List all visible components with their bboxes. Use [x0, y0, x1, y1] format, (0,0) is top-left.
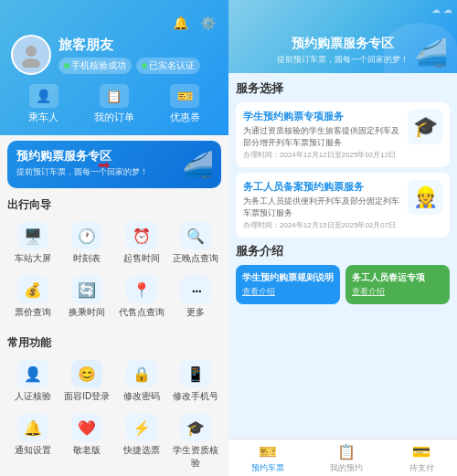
my-reservation-icon: 📋: [337, 443, 356, 460]
header-top-row: 🔔 ⚙️: [11, 13, 218, 33]
change-password[interactable]: 🔒 修改密码: [116, 356, 167, 407]
orders-icon: 📋: [100, 84, 129, 108]
quick-ticket-label: 快捷选票: [123, 444, 160, 457]
student-service-title: 学生预约购票专项服务: [243, 110, 402, 123]
promo-banner[interactable]: 预约购票服务专区 提前预订车票，圆每一个回家的梦！ 🚄 ➡: [7, 141, 221, 188]
svg-point-1: [22, 58, 40, 68]
elder-mode[interactable]: ❤️ 敬老版: [62, 410, 113, 473]
passenger-action[interactable]: 👤 乘车人: [28, 84, 58, 124]
student-service-card[interactable]: 学生预约购票专项服务 为通过资质核验的学生旅客提供固定列车及部分增开列车车票预订…: [236, 102, 450, 167]
coupon-icon: 🎫: [170, 84, 199, 108]
transfer-time[interactable]: 🔄 换乘时间: [62, 272, 113, 323]
id-verify-label: 人证核验: [15, 390, 51, 403]
passenger-icon: 👤: [29, 84, 58, 108]
service-section-title: 服务选择: [236, 80, 450, 97]
coupon-label: 优惠券: [170, 111, 200, 124]
r-nav-book-label: 预约车票: [251, 462, 284, 474]
id-verify[interactable]: 👤 人证核验: [7, 356, 58, 407]
agent-query-label: 代售点查询: [119, 306, 165, 319]
change-password-label: 修改密码: [123, 390, 160, 403]
train-decoration: 🚄: [182, 150, 214, 180]
timetable-icon: 🕐: [71, 222, 102, 249]
station-screen-icon: 🖥️: [17, 222, 48, 249]
intro-card-worker-link[interactable]: 查看介绍: [352, 286, 443, 298]
price-query-label: 票价查询: [15, 306, 51, 319]
intro-card-student-link[interactable]: 查看介绍: [242, 286, 334, 298]
face-id-icon: 😊: [71, 360, 102, 387]
price-query-icon: 💰: [17, 276, 48, 303]
student-service-time: 办理时间：2024年12月12日至2025年02月12日: [243, 150, 402, 160]
sale-time-icon: ⏰: [126, 222, 157, 249]
change-phone-icon: 📱: [180, 360, 211, 387]
quick-actions: 👤 乘车人 📋 我的订单 🎫 优惠券: [11, 84, 218, 124]
more-guide-icon: ···: [180, 276, 211, 303]
r-nav-pending-label: 待支付: [409, 462, 434, 474]
avatar: [11, 35, 51, 75]
r-nav-pending-pay[interactable]: 💳 待支付: [409, 443, 434, 474]
change-phone[interactable]: 📱 修改手机号: [171, 356, 222, 407]
more-guide[interactable]: ··· 更多: [171, 272, 222, 323]
notification-settings[interactable]: 🔔 通知设置: [7, 410, 58, 473]
delay-query[interactable]: 🔍 正晚点查询: [171, 218, 222, 269]
passenger-label: 乘车人: [28, 111, 58, 124]
price-query[interactable]: 💰 票价查询: [7, 272, 58, 323]
intro-section-title: 服务介绍: [236, 243, 450, 259]
functions-title: 常用功能: [7, 335, 221, 351]
intro-card-student[interactable]: 学生预约购票规则说明 查看介绍: [236, 265, 340, 304]
r-nav-my-reservation[interactable]: 📋 我的预约: [330, 443, 363, 474]
agent-query[interactable]: 📍 代售点查询: [116, 272, 167, 323]
functions-grid: 👤 人证核验 😊 面容ID登录 🔒 修改密码 📱 修改手机号 🔔 通知设置 ❤️: [7, 356, 221, 473]
right-panel: ☁ ☁ 预约购票服务专区 提前预订车票，圆每一个回家的梦！ 🚄 服务选择 学生预…: [228, 0, 457, 476]
more-guide-label: 更多: [186, 306, 205, 319]
worker-service-time: 办理时间：2024年12月15日至2025年02月07日: [243, 220, 402, 230]
phone-verify-badge: 手机核验成功: [58, 58, 132, 74]
sale-time-label: 起售时间: [123, 252, 160, 265]
station-screen-label: 车站大屏: [15, 252, 51, 265]
right-bottom-nav: 🎫 预约车票 📋 我的预约 💳 待支付: [228, 439, 457, 476]
worker-service-card[interactable]: 务工人员备案预约购票服务 为务工人员提供便利开列车及部分固定列车车票预订服务 办…: [236, 173, 450, 238]
coupon-action[interactable]: 🎫 优惠券: [170, 84, 200, 124]
right-content: 服务选择 学生预约购票专项服务 为通过资质核验的学生旅客提供固定列车及部分增开列…: [228, 73, 457, 439]
worker-service-desc: 为务工人员提供便利开列车及部分固定列车车票预订服务: [243, 196, 402, 218]
intro-cards: 学生预约购票规则说明 查看介绍 务工人员春运专项 查看介绍: [236, 265, 450, 304]
student-verify-label: 学生资质核验: [173, 444, 220, 470]
elder-mode-icon: ❤️: [71, 414, 102, 441]
orders-action[interactable]: 📋 我的订单: [94, 84, 134, 124]
transfer-time-label: 换乘时间: [69, 306, 105, 319]
badge-dot: [64, 63, 69, 69]
notification-settings-label: 通知设置: [15, 444, 51, 457]
right-header-title: 预约购票服务专区: [277, 36, 409, 52]
station-screen[interactable]: 🖥️ 车站大屏: [7, 218, 58, 269]
username: 旅客朋友: [58, 37, 218, 54]
right-train-decoration: 🚄: [414, 37, 448, 69]
quick-ticket-icon: ⚡: [126, 414, 157, 441]
face-id-label: 面容ID登录: [64, 390, 110, 403]
real-name-badge: 已实名认证: [136, 58, 200, 74]
intro-card-worker[interactable]: 务工人员春运专项 查看介绍: [345, 265, 450, 304]
worker-service-title: 务工人员备案预约购票服务: [243, 180, 402, 194]
r-nav-book-ticket[interactable]: 🎫 预约车票: [251, 443, 284, 474]
student-service-img: 🎓: [408, 110, 442, 144]
quick-ticket[interactable]: ⚡ 快捷选票: [116, 410, 167, 473]
student-verify[interactable]: 🎓 学生资质核验: [171, 410, 222, 473]
svg-point-0: [26, 46, 37, 57]
right-header: ☁ ☁ 预约购票服务专区 提前预订车票，圆每一个回家的梦！ 🚄: [228, 0, 457, 73]
guide-section: 出行向导 🖥️ 车站大屏 🕐 时刻表 ⏰ 起售时间 🔍 正晚点查询 💰 票价查询: [0, 194, 228, 328]
timetable[interactable]: 🕐 时刻表: [62, 218, 113, 269]
user-info: 旅客朋友 手机核验成功 已实名认证: [11, 35, 218, 75]
notification-icon[interactable]: 🔔: [170, 13, 190, 33]
settings-icon[interactable]: ⚙️: [197, 13, 218, 33]
transfer-time-icon: 🔄: [71, 276, 102, 303]
notification-settings-icon: 🔔: [17, 414, 48, 441]
change-phone-label: 修改手机号: [173, 390, 218, 403]
pending-pay-icon: 💳: [412, 443, 430, 460]
r-nav-reservation-label: 我的预约: [330, 462, 363, 474]
delay-query-label: 正晚点查询: [173, 252, 218, 265]
face-id[interactable]: 😊 面容ID登录: [62, 356, 113, 407]
change-password-icon: 🔒: [126, 360, 157, 387]
worker-service-img: 👷: [408, 180, 442, 215]
sale-time[interactable]: ⏰ 起售时间: [116, 218, 167, 269]
timetable-label: 时刻表: [73, 252, 101, 265]
worker-service-content: 务工人员备案预约购票服务 为务工人员提供便利开列车及部分固定列车车票预订服务 办…: [243, 180, 402, 230]
delay-query-icon: 🔍: [180, 222, 211, 249]
